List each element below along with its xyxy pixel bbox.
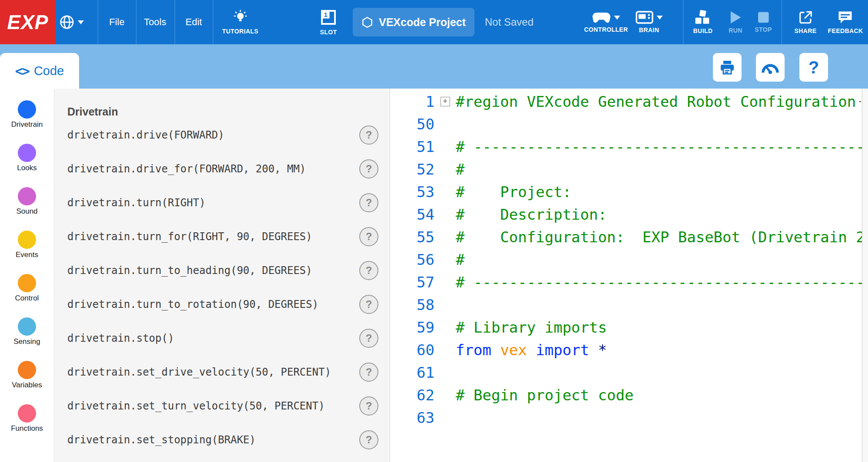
code-lines: 1+#region VEXcode Generated Robot Config… — [390, 89, 868, 429]
tutorials-button[interactable]: TUTORIALS — [222, 0, 258, 44]
command-text[interactable]: drivetrain.drive_for(FORWARD, 200, MM) — [67, 163, 306, 175]
brain-button[interactable]: BRAIN — [636, 0, 663, 44]
command-help-button[interactable]: ? — [359, 193, 378, 212]
line-number: 61 — [390, 364, 434, 381]
menu-tools-label: Tools — [144, 16, 166, 28]
category-sidebar: DrivetrainLooksSoundEventsControlSensing… — [0, 89, 54, 462]
command-text[interactable]: drivetrain.turn_for(RIGHT, 90, DEGREES) — [67, 231, 312, 243]
command-help-button[interactable]: ? — [359, 329, 378, 348]
language-menu[interactable] — [60, 0, 84, 44]
slot-button[interactable]: 1 SLOT — [320, 0, 337, 44]
run-button[interactable]: RUN — [729, 0, 742, 44]
sidebar-category-control[interactable]: Control — [15, 274, 39, 303]
share-button[interactable]: SHARE — [794, 0, 816, 44]
share-icon — [798, 10, 813, 25]
category-color-dot[interactable] — [18, 144, 36, 162]
command-text[interactable]: drivetrain.set_stopping(BRAKE) — [67, 434, 255, 446]
command-text[interactable]: drivetrain.set_turn_velocity(50, PERCENT… — [67, 400, 325, 412]
question-icon: ? — [808, 58, 819, 77]
command-help-button[interactable]: ? — [359, 159, 378, 178]
code-text: # --------------------------------------… — [456, 274, 868, 291]
code-line: 63 — [390, 406, 868, 429]
code-line: 54# Description: — [390, 203, 868, 226]
slot-label: SLOT — [320, 29, 337, 36]
command-row[interactable]: drivetrain.set_turn_velocity(50, PERCENT… — [67, 389, 378, 423]
command-row[interactable]: drivetrain.turn_for(RIGHT, 90, DEGREES)? — [67, 220, 378, 254]
command-row[interactable]: drivetrain.stop()? — [67, 321, 378, 355]
editor-scrollbar[interactable] — [862, 89, 868, 462]
help-button[interactable]: ? — [799, 53, 828, 82]
feedback-button[interactable]: FEEDBACK — [828, 0, 863, 44]
line-number: 59 — [390, 319, 434, 336]
sidebar-category-variables[interactable]: Variables — [12, 361, 42, 389]
brain-label: BRAIN — [639, 26, 659, 33]
command-row[interactable]: drivetrain.turn_to_heading(90, DEGREES)? — [67, 254, 378, 287]
category-color-dot[interactable] — [18, 274, 36, 292]
menu-tools[interactable]: Tools — [144, 0, 166, 44]
controller-button[interactable]: CONTROLLER — [584, 0, 628, 44]
command-help-button[interactable]: ? — [359, 396, 378, 416]
command-help-button[interactable]: ? — [359, 227, 378, 246]
command-text[interactable]: drivetrain.stop() — [67, 332, 174, 344]
tab-code[interactable]: <> Code — [0, 53, 79, 89]
controller-label: CONTROLLER — [584, 26, 628, 33]
category-label: Variables — [12, 381, 42, 389]
sidebar-category-drivetrain[interactable]: Drivetrain — [11, 100, 43, 129]
command-text[interactable]: drivetrain.turn_to_rotation(90, DEGREES) — [67, 298, 318, 310]
menu-file[interactable]: File — [109, 0, 124, 44]
globe-icon — [60, 15, 74, 30]
category-color-dot[interactable] — [18, 187, 36, 205]
stop-label: STOP — [755, 26, 772, 33]
fold-marker[interactable]: + — [441, 97, 450, 106]
category-color-dot[interactable] — [18, 100, 36, 119]
command-row[interactable]: drivetrain.set_stopping(BRAKE)? — [67, 423, 378, 457]
code-editor[interactable]: 1+#region VEXcode Generated Robot Config… — [390, 89, 868, 462]
topbar-divider — [98, 0, 98, 44]
category-color-dot[interactable] — [18, 231, 36, 249]
save-status-text: Not Saved — [485, 16, 533, 28]
sidebar-category-functions[interactable]: Functions — [11, 404, 43, 433]
menu-edit[interactable]: Edit — [186, 0, 202, 44]
slot-number: 1 — [324, 11, 327, 18]
line-number: 57 — [390, 274, 434, 291]
category-color-dot[interactable] — [18, 404, 36, 422]
stop-button[interactable]: STOP — [755, 0, 772, 44]
category-label: Looks — [17, 164, 36, 172]
code-line: 61 — [390, 361, 868, 384]
build-button[interactable]: BUILD — [693, 0, 713, 44]
category-label: Drivetrain — [11, 120, 43, 129]
run-label: RUN — [729, 27, 742, 34]
print-console-button[interactable] — [713, 53, 742, 82]
command-help-button[interactable]: ? — [359, 125, 378, 145]
project-name-button[interactable]: VEXcode Project — [353, 8, 474, 36]
category-color-dot[interactable] — [18, 361, 36, 379]
command-row[interactable]: drivetrain.set_drive_velocity(50, PERCEN… — [67, 355, 378, 389]
sidebar-category-sensing[interactable]: Sensing — [13, 317, 40, 346]
vexcode-app: EXP File Tools Edit — [0, 0, 868, 462]
command-help-button[interactable]: ? — [359, 430, 378, 449]
project-name-label: VEXcode Project — [379, 16, 466, 29]
category-color-dot[interactable] — [18, 317, 36, 336]
command-text[interactable]: drivetrain.drive(FORWARD) — [67, 129, 224, 141]
command-row[interactable]: drivetrain.turn(RIGHT)? — [67, 186, 378, 220]
chevron-down-icon — [614, 16, 620, 20]
sidebar-category-events[interactable]: Events — [16, 231, 38, 259]
code-line: 51# ------------------------------------… — [390, 135, 868, 158]
line-number: 54 — [390, 206, 434, 223]
command-help-button[interactable]: ? — [359, 363, 378, 382]
command-text[interactable]: drivetrain.turn(RIGHT) — [67, 197, 205, 209]
command-text[interactable]: drivetrain.turn_to_heading(90, DEGREES) — [67, 264, 312, 277]
command-row[interactable]: drivetrain.drive_for(FORWARD, 200, MM)? — [67, 152, 378, 186]
line-number: 60 — [390, 341, 434, 359]
line-number: 56 — [390, 251, 434, 268]
command-help-button[interactable]: ? — [359, 295, 378, 314]
command-help-button[interactable]: ? — [359, 261, 378, 280]
sidebar-category-sound[interactable]: Sound — [16, 187, 37, 216]
monitor-button[interactable] — [756, 53, 785, 82]
save-status: Not Saved — [485, 0, 533, 44]
command-row[interactable]: drivetrain.drive(FORWARD)? — [67, 118, 378, 152]
chevron-down-icon — [657, 16, 663, 20]
command-text[interactable]: drivetrain.set_drive_velocity(50, PERCEN… — [67, 366, 331, 378]
command-row[interactable]: drivetrain.turn_to_rotation(90, DEGREES)… — [67, 287, 378, 321]
sidebar-category-looks[interactable]: Looks — [17, 144, 36, 172]
